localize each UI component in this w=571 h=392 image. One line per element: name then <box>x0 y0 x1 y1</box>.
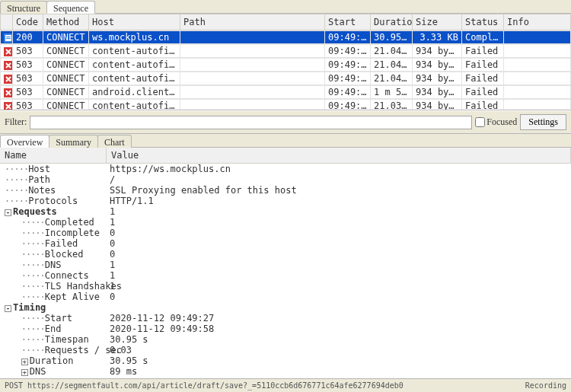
col-header-status[interactable]: Status <box>462 14 504 30</box>
tab-structure[interactable]: Structure <box>0 1 47 14</box>
overview-row[interactable]: ·····Kept Alive0 <box>0 292 571 302</box>
cell-host: ws.mockplus.cn <box>89 31 180 44</box>
overview-value: / <box>107 174 571 185</box>
table-row[interactable]: 503CONNECTcontent-autofi…09:49:3821.04 s… <box>0 58 571 72</box>
expand-icon[interactable]: + <box>21 369 28 376</box>
overview-row[interactable]: ·····Hosthttps://ws.mockplus.cn <box>0 164 571 174</box>
cell-status: Failed <box>462 72 504 85</box>
tab-summary[interactable]: Summary <box>49 135 98 148</box>
cell-info <box>504 72 571 85</box>
col-header-code[interactable]: Code <box>13 14 43 30</box>
cell-start: 09:49:53 <box>325 100 371 110</box>
overview-value: 2020-11-12 09:49:27 <box>107 313 571 323</box>
overview-row[interactable]: ·····DNS1 <box>0 260 571 270</box>
overview-name: ·····DNS <box>0 260 107 270</box>
cell-start: 09:49:38 <box>325 59 371 72</box>
cell-status: Complete <box>462 31 504 44</box>
cell-host: content-autofi… <box>89 45 180 58</box>
filter-input[interactable] <box>30 116 472 129</box>
overview-header-name[interactable]: Name <box>0 148 107 163</box>
overview-value: 0 <box>107 228 571 238</box>
overview-row[interactable]: ·····Timespan30.95 s <box>0 334 571 345</box>
overview-row[interactable]: ·····Path/ <box>0 174 571 185</box>
overview-row[interactable]: ·····NotesSSL Proxying enabled for this … <box>0 185 571 196</box>
overview-row[interactable]: -Requests1 <box>0 206 571 217</box>
overview-row[interactable]: ·····Completed1 <box>0 217 571 228</box>
overview-value: 0 <box>107 249 571 260</box>
cell-status: Failed <box>462 45 504 58</box>
col-header-info[interactable]: Info <box>504 14 571 30</box>
filter-label: Filter: <box>5 116 27 128</box>
cell-start: 09:49:48 <box>325 86 371 99</box>
overview-value: 1 <box>107 270 571 281</box>
overview-value: 30.95 s <box>107 334 571 345</box>
overview-row[interactable]: ·····Connects1 <box>0 270 571 281</box>
cell-path <box>180 100 325 110</box>
overview-header-value[interactable]: Value <box>107 148 571 163</box>
overview-panel: Name Value ·····Hosthttps://ws.mockplus.… <box>0 148 571 378</box>
col-header-method[interactable]: Method <box>43 14 89 30</box>
cell-host: content-autofi… <box>89 72 180 85</box>
focused-checkbox[interactable] <box>475 117 485 127</box>
col-header-duration[interactable]: Duration <box>371 14 413 30</box>
overview-name: ·····Failed <box>0 238 107 249</box>
overview-value: HTTP/1.1 <box>107 196 571 206</box>
overview-name: +DNS <box>0 366 107 377</box>
error-icon <box>4 87 13 97</box>
overview-value <box>107 302 571 313</box>
overview-value: SSL Proxying enabled for this host <box>107 185 571 196</box>
overview-name: ·····Connects <box>0 270 107 281</box>
cell-duration: 21.04 s <box>371 72 413 85</box>
cell-method: CONNECT <box>43 59 89 72</box>
overview-row[interactable]: ·····ProtocolsHTTP/1.1 <box>0 196 571 206</box>
cell-host: content-autofi… <box>89 59 180 72</box>
col-header-icon[interactable] <box>1 14 13 30</box>
overview-row[interactable]: ·····End2020-11-12 09:49:58 <box>0 323 571 334</box>
error-icon <box>4 73 13 84</box>
collapse-icon[interactable]: - <box>5 209 11 216</box>
overview-row[interactable]: ·····Blocked0 <box>0 249 571 260</box>
status-bar-url: POST https://segmentfault.com/api/articl… <box>5 381 404 390</box>
cell-code: 503 <box>13 72 43 85</box>
col-header-size[interactable]: Size <box>413 14 462 30</box>
table-row[interactable]: 503CONNECTcontent-autofi…09:49:3821.04 s… <box>0 44 571 58</box>
overview-row[interactable]: +DNS89 ms <box>0 366 571 377</box>
expand-icon[interactable]: + <box>21 359 28 365</box>
cell-code: 503 <box>13 59 43 72</box>
table-row[interactable]: 503CONNECTcontent-autofi…09:49:5321.03 s… <box>0 99 571 110</box>
svg-rect-2 <box>6 37 11 37</box>
overview-name: ·····Host <box>0 164 107 174</box>
col-header-start[interactable]: Start <box>325 14 371 30</box>
table-row[interactable]: 503CONNECTcontent-autofi…09:49:4521.04 s… <box>0 72 571 85</box>
cell-method: CONNECT <box>43 72 89 85</box>
overview-value: 1 <box>107 217 571 228</box>
overview-row[interactable]: ·····Failed0 <box>0 238 571 249</box>
cell-info <box>504 59 571 72</box>
settings-button[interactable]: Settings <box>520 114 566 130</box>
overview-name: +Duration <box>0 355 107 366</box>
overview-row[interactable]: +Duration30.95 s <box>0 355 571 366</box>
tab-overview[interactable]: Overview <box>0 135 49 148</box>
tab-sequence[interactable]: Sequence <box>46 1 95 14</box>
overview-name: ·····Protocols <box>0 196 107 206</box>
error-icon <box>4 59 13 70</box>
focused-checkbox-wrap[interactable]: Focused <box>475 116 517 128</box>
cell-duration: 21.03 s <box>371 100 413 110</box>
col-header-path[interactable]: Path <box>180 14 325 30</box>
overview-row[interactable]: -Timing <box>0 302 571 313</box>
overview-row[interactable]: ·····Requests / sec0.03 <box>0 345 571 355</box>
cell-path <box>180 31 325 44</box>
table-row[interactable]: 503CONNECTandroid.client…09:49:481 m 52 … <box>0 85 571 99</box>
collapse-icon[interactable]: - <box>5 305 11 312</box>
overview-row[interactable]: ·····Start2020-11-12 09:49:27 <box>0 313 571 323</box>
cell-duration: 21.04 s <box>371 45 413 58</box>
overview-row[interactable]: ·····Incomplete0 <box>0 228 571 238</box>
col-header-host[interactable]: Host <box>89 14 180 30</box>
focused-label: Focused <box>486 116 517 128</box>
file-icon <box>4 32 13 43</box>
tab-chart[interactable]: Chart <box>97 135 132 148</box>
cell-info <box>504 86 571 99</box>
overview-row[interactable]: ·····TLS Handshakes1 <box>0 281 571 292</box>
cell-method: CONNECT <box>43 100 89 110</box>
table-row[interactable]: 200CONNECTws.mockplus.cn09:49:2730.95 s3… <box>0 30 571 44</box>
